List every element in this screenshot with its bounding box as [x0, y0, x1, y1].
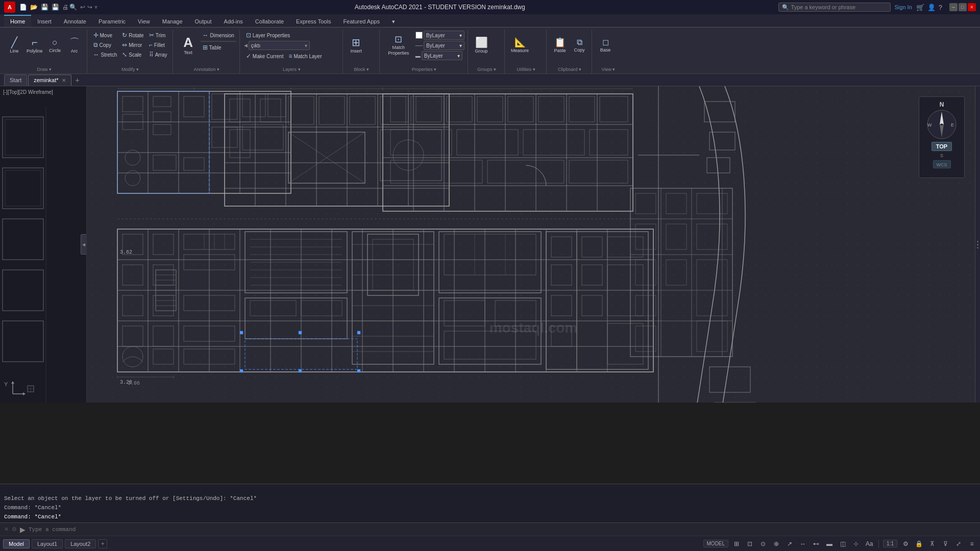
help-icon[interactable]: ? — [939, 4, 942, 11]
isometric-btn[interactable]: ⊽ — [940, 539, 950, 549]
circle-button[interactable]: ○ Circle — [46, 31, 64, 60]
qa-new[interactable]: 📄 — [19, 4, 27, 11]
otrack-btn[interactable]: ↗ — [785, 539, 795, 549]
tab-addins[interactable]: Add-ins — [218, 15, 249, 27]
account-icon[interactable]: 👤 — [927, 4, 936, 11]
rotate-button[interactable]: ↻ Rotate — [120, 31, 145, 40]
text-button[interactable]: A Text — [177, 31, 200, 60]
ducs-btn[interactable]: ↔ — [798, 539, 808, 549]
svg-rect-76 — [477, 96, 503, 122]
tab-parametric[interactable]: Parametric — [92, 15, 132, 27]
snap-btn[interactable]: ⊡ — [745, 539, 755, 549]
tab-featured[interactable]: Featured Apps — [337, 15, 386, 27]
qa-print[interactable]: 🖨 — [62, 4, 68, 11]
tab-add-button[interactable]: + — [72, 75, 83, 85]
qa-save[interactable]: 💾 — [41, 4, 48, 11]
transparency-btn[interactable]: ◫ — [838, 539, 848, 549]
tab-zeminkat[interactable]: zeminkat* ✕ — [28, 74, 71, 86]
stretch-button[interactable]: ↔ Stretch — [91, 50, 119, 59]
tab-view[interactable]: View — [132, 15, 156, 27]
tab-insert[interactable]: Insert — [31, 15, 58, 27]
settings-btn[interactable]: ⚙ — [900, 539, 911, 549]
group-button[interactable]: ⬜ Group — [472, 31, 491, 60]
qa-open[interactable]: 📂 — [30, 4, 38, 11]
dyn-btn[interactable]: ⊷ — [811, 539, 821, 549]
tab-custom[interactable]: ▾ — [386, 15, 401, 27]
minimize-btn[interactable]: ─ — [949, 3, 958, 11]
signin-link[interactable]: Sign In — [895, 4, 912, 10]
bylayer-line-dropdown[interactable]: ByLayer ▾ — [424, 41, 464, 50]
tab-model[interactable]: Model — [3, 539, 30, 548]
draw-group: ╱ Line ⌐ Polyline ○ Circle ⌒ Arc Draw ▾ — [2, 30, 87, 73]
match-layer-button[interactable]: ≡ Match Layer — [286, 52, 324, 61]
layer-properties-button[interactable]: ⊡ Layer Properties — [244, 31, 324, 40]
panel-collapse-btn[interactable]: ◀ — [81, 234, 87, 255]
right-panel-toggle[interactable] — [975, 86, 980, 403]
tab-annotate[interactable]: Annotate — [58, 15, 92, 27]
cmd-close-icon[interactable]: ✕ — [4, 526, 9, 533]
arc-button[interactable]: ⌒ Arc — [65, 31, 84, 60]
array-button[interactable]: ⠿ Array — [147, 50, 169, 59]
osnap-btn[interactable]: ⊕ — [771, 539, 781, 549]
layers-group-label: Layers ▾ — [241, 67, 342, 72]
close-btn[interactable]: ✕ — [968, 3, 976, 11]
tab-start[interactable]: Start — [4, 74, 27, 86]
store-icon[interactable]: 🛒 — [916, 4, 924, 11]
selection-btn[interactable]: ⊹ — [851, 539, 861, 549]
table-button[interactable]: ⊞ Table — [201, 43, 236, 52]
dimension-button[interactable]: ↔ Dimension — [201, 31, 236, 40]
match-properties-button[interactable]: ⊡ Match Properties — [384, 31, 413, 60]
tab-layout2[interactable]: Layout2 — [65, 539, 96, 548]
qa-preview[interactable]: 🔍 — [69, 4, 77, 11]
measure-button[interactable]: 📐 Measure — [509, 31, 531, 60]
fillet-button[interactable]: ⌐ Fillet — [147, 40, 169, 49]
tab-express[interactable]: Express Tools — [290, 15, 337, 27]
tab-collaborate[interactable]: Collaborate — [249, 15, 290, 27]
tab-manage[interactable]: Manage — [156, 15, 189, 27]
tab-layout1[interactable]: Layout1 — [32, 539, 63, 548]
groups-group-label: Groups ▾ — [469, 67, 504, 72]
layer-prev-icon[interactable]: ◀ — [244, 43, 248, 48]
qa-saveas[interactable]: 💾 — [52, 4, 59, 11]
insert-button[interactable]: ⊞ Insert — [347, 31, 365, 60]
trim-button[interactable]: ✂ Trim — [147, 31, 169, 40]
scale-button[interactable]: ⤡ Scale — [120, 50, 145, 59]
grid-btn[interactable]: ⊞ — [731, 539, 742, 549]
tab-home[interactable]: Home — [4, 15, 31, 27]
mirror-button[interactable]: ⇔ Mirror — [120, 40, 145, 49]
fullscreen-btn[interactable]: ⤢ — [953, 539, 964, 549]
qa-undo[interactable]: ↩ — [80, 4, 85, 11]
command-input[interactable] — [29, 527, 976, 533]
make-current-button[interactable]: ✓ Make Current — [244, 52, 286, 61]
maximize-btn[interactable]: □ — [959, 3, 967, 11]
compass-s-label: S — [940, 153, 943, 158]
bylayer-lw-dropdown[interactable]: ByLayer ▾ — [422, 51, 462, 60]
lock-btn[interactable]: 🔒 — [914, 539, 924, 549]
polyline-button[interactable]: ⌐ Polyline — [24, 31, 45, 60]
model-btn[interactable]: MODEL — [703, 540, 729, 547]
search-box[interactable]: 🔍 Type a keyword or phrase — [778, 3, 891, 12]
paste-button[interactable]: 📋 Paste — [551, 31, 569, 60]
svg-rect-201 — [635, 326, 656, 352]
base-button[interactable]: ◻ Base — [596, 31, 615, 60]
viewport-btn[interactable]: ⊼ — [927, 539, 937, 549]
copy-clip-button[interactable]: ⧉ Copy — [570, 31, 589, 60]
qa-more[interactable]: ▾ — [94, 4, 97, 11]
copy-button[interactable]: ⧉ Copy — [91, 40, 119, 49]
annotation-btn[interactable]: Aa — [864, 539, 874, 549]
tab-add[interactable]: + — [98, 539, 107, 548]
canvas-area[interactable]: 3.06 3.62 3.28 3.68 N — [87, 86, 980, 403]
move-button[interactable]: ✛ Move — [91, 31, 119, 40]
cmd-settings-icon[interactable]: ⚙ — [12, 526, 17, 533]
customization-btn[interactable]: ≡ — [967, 539, 977, 549]
tab-zeminkat-close[interactable]: ✕ — [62, 78, 66, 83]
line-button[interactable]: ╱ Line — [5, 31, 23, 60]
polar-btn[interactable]: ⊙ — [758, 539, 768, 549]
qa-redo[interactable]: ↪ — [87, 4, 92, 11]
lweight-btn[interactable]: ▬ — [824, 539, 835, 549]
modify-col2: ↻ Rotate ⇔ Mirror ⤡ Scale — [120, 31, 145, 66]
bylayer-color-dropdown[interactable]: ByLayer ▾ — [424, 31, 464, 40]
layer-dropdown[interactable]: çıktı ▾ — [249, 41, 310, 50]
scale-btn[interactable]: 1:1 — [883, 540, 897, 547]
tab-output[interactable]: Output — [189, 15, 218, 27]
